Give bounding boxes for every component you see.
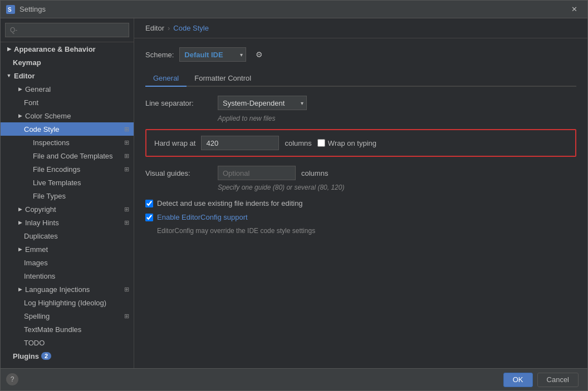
sidebar-item-language-injections[interactable]: ▶ Language Injections ⊞ [1, 283, 134, 296]
sidebar-item-file-encodings[interactable]: File Encodings ⊞ [1, 162, 134, 176]
breadcrumb: Editor › Code Style [134, 18, 587, 38]
expand-arrow: ▶ [16, 245, 24, 253]
sidebar-item-label: File Types [33, 192, 66, 200]
sidebar: ▶ Appearance & Behavior Keymap ▼ Editor … [1, 18, 134, 368]
expand-arrow: ▶ [5, 45, 13, 53]
breadcrumb-current: Code Style [173, 24, 209, 32]
line-separator-select[interactable]: System-Dependent Unix (\n) Windows (\r\n… [218, 96, 307, 110]
sidebar-item-label: Images [24, 259, 48, 267]
sidebar-item-emmet[interactable]: ▶ Emmet [1, 242, 134, 256]
scheme-label: Scheme: [145, 51, 174, 59]
settings-icon: ⊞ [124, 166, 129, 173]
settings-icon: ⊞ [124, 139, 129, 146]
sidebar-item-label: TODO [24, 339, 45, 347]
sidebar-item-label: Language Injections [25, 285, 90, 294]
applied-note: Applied to new files [218, 115, 576, 122]
cancel-button[interactable]: Cancel [537, 373, 579, 387]
settings-icon: ⊞ [124, 206, 129, 213]
sidebar-item-editor[interactable]: ▼ Editor [1, 69, 134, 82]
visual-guides-input[interactable] [218, 166, 296, 180]
tabs-bar: General Formatter Control [145, 71, 576, 87]
detect-indent-row: Detect and use existing file indents for… [145, 199, 576, 207]
app-icon: S [6, 5, 15, 14]
sidebar-item-inlay-hints[interactable]: ▶ Inlay Hints ⊞ [1, 216, 134, 229]
sidebar-item-label: Log Highlighting (Ideolog) [24, 299, 106, 307]
sidebar-item-general[interactable]: ▶ General [1, 82, 134, 96]
line-separator-row: Line separator: System-Dependent Unix (\… [145, 96, 576, 110]
sidebar-item-textmate-bundles[interactable]: TextMate Bundles [1, 323, 134, 336]
sidebar-item-live-templates[interactable]: Live Templates [1, 176, 134, 189]
content-area: ▶ Appearance & Behavior Keymap ▼ Editor … [1, 18, 587, 368]
editorconfig-checkbox[interactable] [145, 214, 153, 221]
sidebar-item-keymap[interactable]: Keymap [1, 56, 134, 69]
scheme-select[interactable]: Default IDE Project Custom [179, 47, 246, 62]
tab-formatter-control[interactable]: Formatter Control [187, 71, 259, 87]
breadcrumb-parent: Editor [145, 24, 164, 32]
line-separator-label: Line separator: [145, 99, 212, 107]
svg-text:S: S [8, 7, 12, 13]
sidebar-item-label: Code Style [24, 125, 60, 133]
sidebar-item-label: Appearance & Behavior [14, 45, 96, 53]
hard-wrap-input[interactable] [201, 136, 279, 150]
ok-button[interactable]: OK [503, 373, 533, 387]
sidebar-item-file-types[interactable]: File Types [1, 189, 134, 202]
sidebar-item-label: General [25, 85, 51, 93]
settings-window: S Settings ✕ ▶ Appearance & Behavior Key… [0, 0, 588, 391]
bottom-bar: OK Cancel [1, 368, 587, 390]
editorconfig-hint: EditorConfig may override the IDE code s… [157, 227, 576, 235]
sidebar-item-images[interactable]: Images [1, 256, 134, 269]
hard-wrap-label: Hard wrap at [154, 139, 195, 147]
sidebar-item-label: Emmet [25, 245, 48, 254]
sidebar-item-label: Live Templates [33, 179, 81, 187]
expand-arrow: ▶ [16, 285, 24, 293]
sidebar-item-label: Intentions [24, 272, 55, 280]
sidebar-item-intentions[interactable]: Intentions [1, 269, 134, 283]
expand-arrow: ▶ [16, 219, 24, 226]
sidebar-item-label: Duplicates [24, 232, 58, 240]
sidebar-item-log-highlighting[interactable]: Log Highlighting (Ideolog) [1, 296, 134, 309]
sidebar-item-copyright[interactable]: ▶ Copyright ⊞ [1, 202, 134, 216]
visual-guides-hint: Specify one guide (80) or several (80, 1… [218, 184, 576, 191]
wrap-on-typing-checkbox[interactable] [317, 139, 325, 147]
visual-guides-label: Visual guides: [145, 169, 212, 177]
sidebar-item-duplicates[interactable]: Duplicates [1, 229, 134, 242]
sidebar-item-todo[interactable]: TODO [1, 336, 134, 349]
expand-arrow: ▶ [16, 85, 24, 93]
window-title: Settings [19, 5, 566, 13]
sidebar-item-inspections[interactable]: Inspections ⊞ [1, 136, 134, 149]
wrap-on-typing-label[interactable]: Wrap on typing [328, 139, 376, 147]
settings-icon: ⊞ [124, 219, 129, 226]
plugins-badge: 2 [41, 352, 51, 360]
wrap-on-typing-wrapper: Wrap on typing [317, 139, 376, 147]
help-button[interactable]: ? [6, 373, 18, 385]
editorconfig-label[interactable]: Enable EditorConfig support [157, 213, 248, 221]
sidebar-item-color-scheme[interactable]: ▶ Color Scheme [1, 109, 134, 122]
visual-guides-row: Visual guides: columns [145, 166, 576, 180]
sidebar-item-label: Font [24, 98, 38, 107]
sidebar-item-label: Keymap [13, 58, 41, 67]
sidebar-item-label: File Encodings [33, 165, 80, 174]
sidebar-item-code-style[interactable]: Code Style ⊞ [1, 122, 134, 136]
sidebar-item-appearance[interactable]: ▶ Appearance & Behavior [1, 42, 134, 56]
sidebar-item-plugins[interactable]: Plugins 2 [1, 349, 134, 363]
sidebar-item-label: Plugins [13, 352, 39, 360]
main-panel: Editor › Code Style Scheme: Default IDE … [134, 18, 587, 368]
close-button[interactable]: ✕ [566, 2, 582, 17]
hard-wrap-section: Hard wrap at columns Wrap on typing [145, 129, 576, 157]
visual-guides-unit: columns [301, 169, 328, 177]
line-separator-select-wrapper: System-Dependent Unix (\n) Windows (\r\n… [218, 96, 307, 110]
detect-indent-label[interactable]: Detect and use existing file indents for… [157, 199, 303, 207]
sidebar-item-label: Inspections [33, 138, 70, 147]
detect-indent-checkbox[interactable] [145, 200, 153, 207]
sidebar-item-font[interactable]: Font [1, 96, 134, 109]
scheme-gear-button[interactable]: ⚙ [252, 47, 266, 62]
expand-arrow: ▶ [16, 205, 24, 213]
expand-arrow: ▼ [5, 72, 13, 80]
scheme-row: Scheme: Default IDE Project Custom ⚙ [145, 47, 576, 62]
settings-icon: ⊞ [124, 126, 129, 133]
sidebar-item-spelling[interactable]: Spelling ⊞ [1, 309, 134, 323]
sidebar-item-file-code-templates[interactable]: File and Code Templates ⊞ [1, 149, 134, 162]
breadcrumb-separator: › [168, 24, 170, 32]
tab-general[interactable]: General [145, 71, 187, 87]
search-input[interactable] [5, 23, 129, 37]
